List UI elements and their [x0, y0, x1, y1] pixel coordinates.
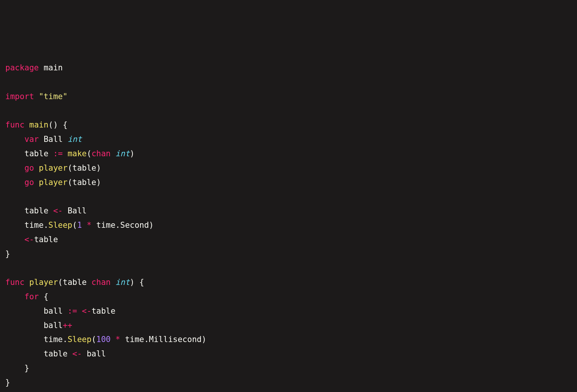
code-line: func player(table chan int) {	[5, 275, 572, 290]
code-line: import "time"	[5, 90, 572, 104]
code-token: ++	[63, 321, 72, 330]
code-token: time.	[5, 221, 48, 230]
code-line	[5, 190, 572, 204]
code-token: }	[25, 364, 30, 373]
code-token: ball	[82, 349, 106, 358]
code-line: table <- ball	[5, 347, 572, 361]
code-token: int	[115, 149, 130, 158]
code-token: }	[5, 378, 10, 387]
code-token: (table)	[67, 178, 101, 187]
code-token: main	[39, 63, 63, 72]
code-token	[5, 292, 25, 301]
code-token: <-	[25, 235, 34, 244]
code-token: func	[5, 278, 25, 287]
code-line: var Ball int	[5, 132, 572, 147]
code-token: for	[25, 292, 39, 301]
code-line	[5, 75, 572, 90]
code-line: }	[5, 247, 572, 261]
code-token	[82, 221, 87, 230]
code-token: int	[67, 135, 82, 144]
code-token: table	[92, 306, 115, 316]
code-token: *	[87, 221, 92, 230]
code-token: go	[25, 178, 34, 187]
code-token: make	[67, 149, 87, 158]
code-token: ball	[5, 321, 63, 330]
code-token	[111, 335, 115, 344]
code-token	[34, 178, 39, 187]
code-token	[25, 278, 30, 287]
code-token: chan	[92, 149, 111, 158]
code-token	[77, 306, 82, 316]
code-line: table := make(chan int)	[5, 147, 572, 161]
code-line: time.Sleep(1 * time.Second)	[5, 218, 572, 233]
code-token: *	[115, 335, 120, 344]
code-token: table	[34, 235, 58, 244]
code-token: Sleep	[67, 335, 91, 344]
code-token: {	[39, 292, 48, 301]
code-line: for {	[5, 290, 572, 304]
code-line	[5, 261, 572, 275]
code-line: ball := <-table	[5, 304, 572, 319]
code-token: package	[5, 63, 39, 72]
code-token: Ball	[39, 135, 68, 144]
code-token: 100	[96, 335, 111, 344]
code-token: (	[92, 335, 97, 344]
code-token: import	[5, 92, 34, 101]
code-line: }	[5, 376, 572, 390]
code-token: "time"	[39, 92, 68, 101]
code-token: Ball	[63, 206, 87, 215]
code-token: <-	[72, 349, 82, 358]
code-token	[5, 163, 25, 173]
code-token: Sleep	[48, 221, 72, 230]
code-token	[34, 163, 39, 173]
code-token	[5, 364, 25, 373]
code-token: ball	[5, 306, 67, 316]
code-token	[25, 120, 30, 129]
code-token: 1	[77, 221, 82, 230]
code-line: time.Sleep(100 * time.Millisecond)	[5, 333, 572, 347]
code-token: int	[115, 278, 130, 287]
code-token	[5, 178, 25, 187]
code-token: chan	[92, 278, 111, 287]
code-token	[5, 235, 25, 244]
code-token: <-	[53, 206, 62, 215]
code-token	[111, 149, 115, 158]
code-token: time.Second)	[92, 221, 154, 230]
code-line: package main	[5, 61, 572, 75]
code-token: ) {	[130, 278, 144, 287]
code-token: <-	[82, 306, 91, 316]
code-line	[5, 104, 572, 118]
code-token: player	[39, 178, 68, 187]
code-token: player	[29, 278, 58, 287]
code-line: <-table	[5, 233, 572, 247]
code-token: table	[5, 149, 53, 158]
code-token: func	[5, 120, 25, 129]
code-line: go player(table)	[5, 176, 572, 190]
code-line: }	[5, 361, 572, 376]
code-token: :=	[67, 306, 77, 316]
code-token: :=	[53, 149, 62, 158]
code-token: player	[39, 163, 68, 173]
code-line: func main() {	[5, 118, 572, 132]
code-token	[5, 135, 25, 144]
code-token	[111, 278, 115, 287]
code-token: }	[5, 249, 10, 258]
code-line: ball++	[5, 319, 572, 333]
code-token: () {	[48, 120, 68, 129]
code-token: time.	[5, 335, 67, 344]
code-token: (table	[58, 278, 92, 287]
code-token	[63, 149, 68, 158]
code-token	[34, 92, 39, 101]
code-token: main	[29, 120, 48, 129]
code-token: (table)	[67, 163, 101, 173]
code-token: )	[130, 149, 135, 158]
code-line: table <- Ball	[5, 204, 572, 218]
code-token: (	[72, 221, 77, 230]
code-line: go player(table)	[5, 161, 572, 176]
code-token: table	[5, 206, 53, 215]
code-token: var	[25, 135, 39, 144]
code-token: go	[25, 163, 34, 173]
code-token: time.Millisecond)	[120, 335, 207, 344]
code-token: table	[5, 349, 72, 358]
go-code-block: package main import "time" func main() {…	[5, 61, 572, 390]
